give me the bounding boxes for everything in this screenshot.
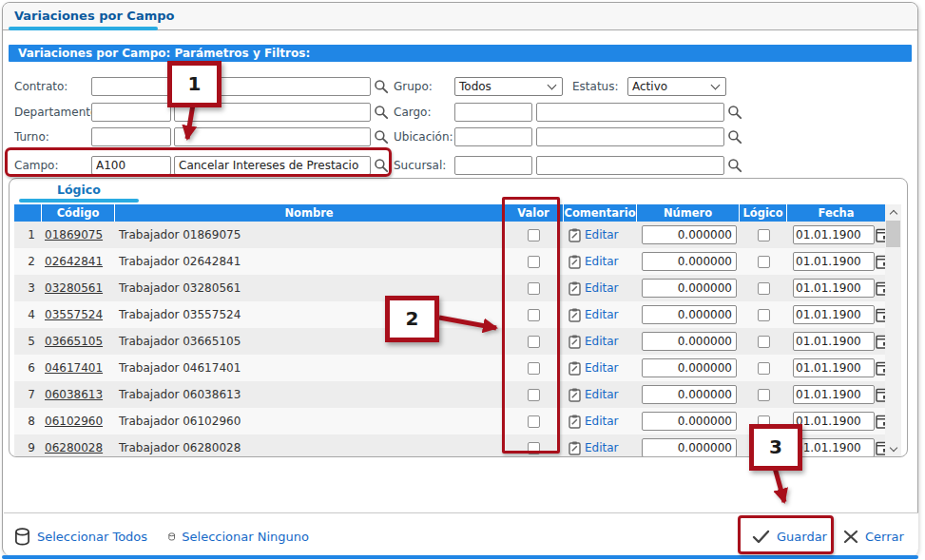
fecha-input[interactable]: [793, 305, 875, 324]
grupo-select[interactable]: Todos: [454, 77, 563, 96]
cerrar-button[interactable]: Cerrar: [843, 530, 904, 544]
tab-variaciones-por-campo[interactable]: Variaciones por Campo: [14, 9, 174, 23]
worker-code-link[interactable]: 06102960: [45, 415, 103, 428]
fecha-input[interactable]: [793, 279, 875, 298]
editar-link[interactable]: Editar: [585, 415, 619, 428]
fecha-input[interactable]: [793, 332, 875, 351]
calendar-icon[interactable]: [876, 255, 885, 269]
cargo-name-input[interactable]: [536, 103, 724, 122]
estatus-label: Estatus:: [572, 80, 619, 93]
worker-name: Trabajador 06038613: [115, 388, 241, 401]
fecha-input[interactable]: [793, 252, 875, 271]
sucursal-name-input[interactable]: [536, 156, 724, 175]
worker-code-link[interactable]: 03665105: [45, 335, 103, 348]
logico-checkbox[interactable]: [758, 336, 770, 348]
valor-checkbox[interactable]: [528, 415, 540, 428]
worker-code-link[interactable]: 04617401: [45, 361, 103, 375]
valor-checkbox[interactable]: [528, 442, 540, 454]
select-none-button[interactable]: Seleccionar Ninguno: [168, 528, 309, 546]
editar-link[interactable]: Editar: [585, 255, 619, 268]
logico-checkbox[interactable]: [758, 229, 770, 241]
calendar-icon[interactable]: [876, 441, 885, 455]
editar-link[interactable]: Editar: [585, 335, 619, 348]
editar-link[interactable]: Editar: [585, 388, 619, 401]
calendar-icon[interactable]: [876, 361, 885, 376]
valor-checkbox[interactable]: [528, 362, 540, 375]
fecha-input[interactable]: [793, 412, 875, 431]
table-row: 5 03665105 Trabajador 03665105 Editar: [14, 328, 885, 355]
fecha-input[interactable]: [793, 225, 875, 244]
ubicacion-name-input[interactable]: [536, 127, 724, 146]
scroll-down-icon[interactable]: [885, 441, 901, 456]
logico-checkbox[interactable]: [758, 309, 770, 321]
sucursal-search[interactable]: [727, 158, 742, 177]
logico-checkbox[interactable]: [758, 362, 770, 375]
estatus-select[interactable]: Activo: [627, 77, 726, 96]
tab-logico[interactable]: Lógico: [57, 183, 101, 197]
turno-code-input[interactable]: [91, 127, 171, 146]
departamento-code-input[interactable]: [91, 103, 171, 122]
valor-checkbox[interactable]: [528, 282, 540, 295]
turno-search[interactable]: [374, 129, 389, 148]
worker-code-link[interactable]: 01869075: [45, 228, 103, 241]
calendar-icon[interactable]: [876, 335, 885, 349]
calendar-icon[interactable]: [876, 415, 885, 429]
scrollbar-thumb[interactable]: [886, 221, 900, 247]
fecha-input[interactable]: [793, 438, 875, 457]
worker-code-link[interactable]: 02642841: [45, 255, 103, 268]
table-row: 2 02642841 Trabajador 02642841 Editar: [14, 248, 885, 275]
valor-checkbox[interactable]: [528, 256, 540, 268]
select-all-button[interactable]: Seleccionar Todos: [14, 528, 147, 546]
numero-input[interactable]: [642, 358, 737, 377]
campo-desc-input[interactable]: [174, 156, 371, 175]
editar-link[interactable]: Editar: [585, 281, 619, 295]
sucursal-code-input[interactable]: [454, 156, 532, 175]
cargo-label: Cargo:: [394, 106, 453, 119]
ubicacion-search[interactable]: [727, 129, 742, 148]
campo-search[interactable]: [374, 158, 389, 177]
worker-code-link[interactable]: 03280561: [45, 281, 103, 295]
edit-comment-icon: [568, 308, 581, 322]
editar-link[interactable]: Editar: [585, 228, 619, 241]
turno-name-input[interactable]: [174, 127, 371, 146]
numero-input[interactable]: [642, 332, 737, 351]
numero-input[interactable]: [642, 305, 737, 324]
callout-step-1: 1: [167, 61, 222, 107]
ubicacion-code-input[interactable]: [454, 127, 532, 146]
calendar-icon[interactable]: [876, 228, 885, 242]
valor-checkbox[interactable]: [528, 229, 540, 241]
valor-checkbox[interactable]: [528, 389, 540, 401]
guardar-button[interactable]: Guardar: [752, 530, 827, 544]
cargo-search[interactable]: [727, 105, 742, 124]
numero-input[interactable]: [642, 438, 737, 457]
editar-link[interactable]: Editar: [585, 361, 619, 375]
worker-code-link[interactable]: 06038613: [45, 388, 103, 401]
logico-checkbox[interactable]: [758, 256, 770, 268]
fecha-input[interactable]: [793, 358, 875, 377]
col-fecha: Fecha: [787, 204, 885, 222]
campo-code-input[interactable]: [91, 156, 171, 175]
contrato-search[interactable]: [374, 79, 389, 98]
calendar-icon[interactable]: [876, 281, 885, 296]
numero-input[interactable]: [642, 412, 737, 431]
worker-code-link[interactable]: 06280028: [45, 441, 103, 454]
numero-input[interactable]: [642, 279, 737, 298]
logico-checkbox[interactable]: [758, 282, 770, 295]
calendar-icon[interactable]: [876, 388, 885, 402]
worker-code-link[interactable]: 03557524: [45, 308, 103, 321]
editar-link[interactable]: Editar: [585, 441, 619, 454]
cargo-code-input[interactable]: [454, 103, 532, 122]
calendar-icon[interactable]: [876, 308, 885, 322]
numero-input[interactable]: [642, 225, 737, 244]
numero-input[interactable]: [642, 385, 737, 404]
numero-input[interactable]: [642, 252, 737, 271]
valor-checkbox[interactable]: [528, 336, 540, 348]
scroll-up-icon[interactable]: [885, 204, 901, 220]
departamento-search[interactable]: [374, 105, 389, 124]
vertical-scrollbar[interactable]: [885, 204, 901, 456]
logico-checkbox[interactable]: [758, 389, 770, 401]
contrato-input[interactable]: [91, 77, 371, 96]
valor-checkbox[interactable]: [528, 309, 540, 321]
editar-link[interactable]: Editar: [585, 308, 619, 321]
fecha-input[interactable]: [793, 385, 875, 404]
